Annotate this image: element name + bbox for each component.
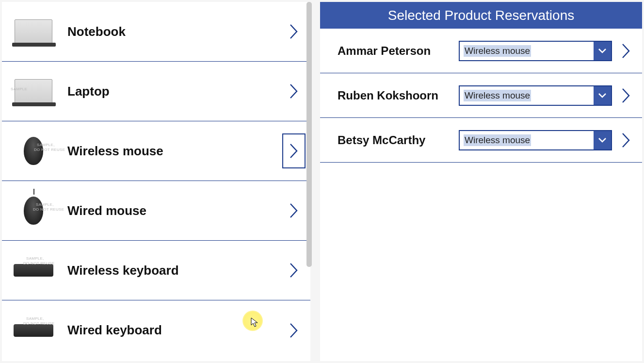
chevron-down-icon[interactable] xyxy=(594,86,611,105)
reservation-row: Ammar Peterson Wireless mouse xyxy=(320,29,642,73)
product-row[interactable]: SAMPLE, DO NOT REUSE Wireless keyboard xyxy=(2,241,310,300)
product-label: Laptop xyxy=(67,84,282,99)
product-thumb: SAMPLE, DO NOT REUSE xyxy=(12,314,55,347)
product-thumb: SAMPLE xyxy=(12,74,55,108)
product-select[interactable]: Wireless mouse xyxy=(459,41,612,61)
scrollbar-thumb[interactable] xyxy=(306,2,312,267)
product-thumb: SAMPLE, DO NOT REUSE xyxy=(12,253,55,287)
product-label: Wireless keyboard xyxy=(67,263,282,278)
product-label: Wired keyboard xyxy=(67,323,282,338)
reservation-row: Ruben Kokshoorn Wireless mouse xyxy=(320,73,642,118)
chevron-right-icon[interactable] xyxy=(619,87,633,104)
reservations-header: Selected Product Reservations xyxy=(320,2,642,29)
product-select[interactable]: Wireless mouse xyxy=(459,85,612,106)
select-value: Wireless mouse xyxy=(460,131,594,149)
product-row[interactable]: Notebook xyxy=(2,2,310,62)
chevron-right-icon[interactable] xyxy=(282,80,306,103)
product-label: Wireless mouse xyxy=(67,144,282,159)
reservation-row: Betsy McCarthy Wireless mouse xyxy=(320,118,642,163)
product-thumb: SAMPLE, DO NOT REUSE xyxy=(12,134,55,168)
select-value: Wireless mouse xyxy=(460,42,594,60)
chevron-down-icon[interactable] xyxy=(594,42,611,60)
chevron-right-icon[interactable] xyxy=(282,199,306,222)
select-value: Wireless mouse xyxy=(460,86,594,105)
product-row[interactable]: SAMPLE Laptop xyxy=(2,62,310,121)
product-label: Notebook xyxy=(67,24,282,39)
product-row[interactable]: SAMPLE, DO NOT REUSE Wired mouse xyxy=(2,181,310,241)
reservations-panel: Selected Product Reservations Ammar Pete… xyxy=(320,2,642,361)
reservation-name: Ruben Kokshoorn xyxy=(338,89,459,102)
product-label: Wired mouse xyxy=(67,203,282,218)
product-list-panel: Notebook SAMPLE Laptop SAMPLE, DO NOT RE… xyxy=(2,2,310,361)
chevron-right-icon[interactable] xyxy=(282,133,306,168)
chevron-right-icon[interactable] xyxy=(619,43,633,59)
product-row[interactable]: SAMPLE, DO NOT REUSE Wired keyboard xyxy=(2,300,310,360)
chevron-down-icon[interactable] xyxy=(594,131,611,149)
chevron-right-icon[interactable] xyxy=(619,132,633,148)
chevron-right-icon[interactable] xyxy=(282,259,306,282)
product-select[interactable]: Wireless mouse xyxy=(459,130,612,150)
product-thumb xyxy=(12,15,55,49)
chevron-right-icon[interactable] xyxy=(282,20,306,43)
chevron-right-icon[interactable] xyxy=(282,319,306,342)
product-row[interactable]: SAMPLE, DO NOT REUSE Wireless mouse xyxy=(2,121,310,181)
reservation-name: Ammar Peterson xyxy=(338,44,459,58)
product-thumb: SAMPLE, DO NOT REUSE xyxy=(12,194,55,228)
reservation-name: Betsy McCarthy xyxy=(338,133,459,147)
